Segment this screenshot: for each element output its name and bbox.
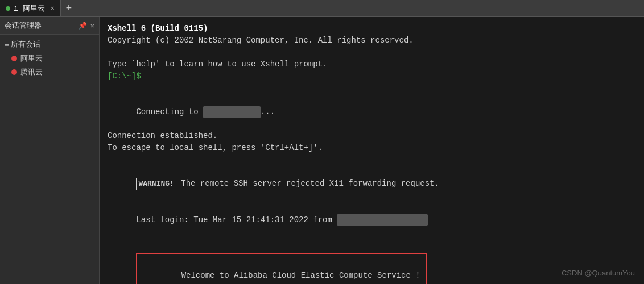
sidebar-item-aliyun[interactable]: 阿里云: [0, 52, 99, 65]
main-area: 会话管理器 📌 ✕ ▬ 所有会话 阿里云 腾讯云 Xshell 6 (Build…: [0, 17, 644, 284]
terminal-line-3: [108, 47, 636, 59]
terminal-line-2: Copyright (c) 2002 NetSarang Computer, I…: [108, 35, 636, 47]
terminal-line-5: [C:\~]$: [108, 70, 636, 82]
terminal-line-4: Type `help' to learn how to use Xshell p…: [108, 59, 636, 70]
tab-aliyun[interactable]: 1 阿里云 ✕: [0, 0, 61, 16]
terminal-line-11: WARNING! The remote SSH server rejected …: [108, 166, 636, 202]
sidebar-header-icons: 📌 ✕: [79, 22, 94, 30]
blurred-ip-1: [203, 106, 261, 118]
terminal-line-10: [108, 154, 636, 166]
connecting-prefix: Connecting to: [136, 107, 203, 116]
close-icon[interactable]: ✕: [90, 22, 94, 30]
tencentcloud-label: 腾讯云: [20, 67, 43, 77]
folder-icon: ▬: [5, 40, 9, 48]
tab-add-button[interactable]: +: [61, 0, 77, 16]
welcome-text: Welcome to Alibaba Cloud Elastic Compute…: [181, 271, 420, 280]
terminal-line-12: Last login: Tue Mar 15 21:41:31 2022 fro…: [108, 202, 636, 238]
terminal-area[interactable]: Xshell 6 (Build 0115) Copyright (c) 2002…: [100, 17, 644, 284]
terminal-line-7: Connecting to ...: [108, 94, 636, 130]
tab-bar: 1 阿里云 ✕ +: [0, 0, 644, 17]
terminal-line-6: [108, 82, 636, 94]
terminal-line-1: Xshell 6 (Build 0115): [108, 23, 636, 35]
sidebar-group-label[interactable]: ▬ 所有会话: [0, 37, 99, 52]
group-label-text: 所有会话: [11, 39, 40, 49]
warning-badge: WARNING!: [136, 178, 176, 190]
connecting-suffix: ...: [261, 107, 275, 116]
blurred-ip-2: [337, 214, 428, 226]
aliyun-status-dot: [11, 56, 17, 61]
terminal-line-8: Connection established.: [108, 130, 636, 142]
tab-active-dot: [6, 6, 10, 11]
terminal-line-9: To escape to local shell, press 'Ctrl+Al…: [108, 142, 636, 154]
warning-text: The remote SSH server rejected X11 forwa…: [176, 179, 439, 188]
sidebar-header: 会话管理器 📌 ✕: [0, 17, 99, 35]
sidebar-item-tencentcloud[interactable]: 腾讯云: [0, 65, 99, 79]
watermark: CSDN @QuantumYou: [562, 268, 635, 279]
last-login-prefix: Last login: Tue Mar 15 21:41:31 2022 fro…: [136, 215, 337, 224]
tencentcloud-status-dot: [11, 69, 17, 75]
sidebar-title: 会话管理器: [5, 20, 42, 31]
tab-close-icon[interactable]: ✕: [51, 4, 55, 12]
aliyun-label: 阿里云: [20, 53, 43, 64]
pin-icon[interactable]: 📌: [79, 22, 87, 30]
terminal-line-welcome-wrapper: Welcome to Alibaba Cloud Elastic Compute…: [108, 238, 636, 285]
welcome-box: Welcome to Alibaba Cloud Elastic Compute…: [136, 253, 427, 285]
sidebar-group-all-sessions: ▬ 所有会话 阿里云 腾讯云: [0, 35, 99, 81]
tab-label: 1 阿里云: [14, 3, 45, 14]
sidebar: 会话管理器 📌 ✕ ▬ 所有会话 阿里云 腾讯云: [0, 17, 100, 284]
